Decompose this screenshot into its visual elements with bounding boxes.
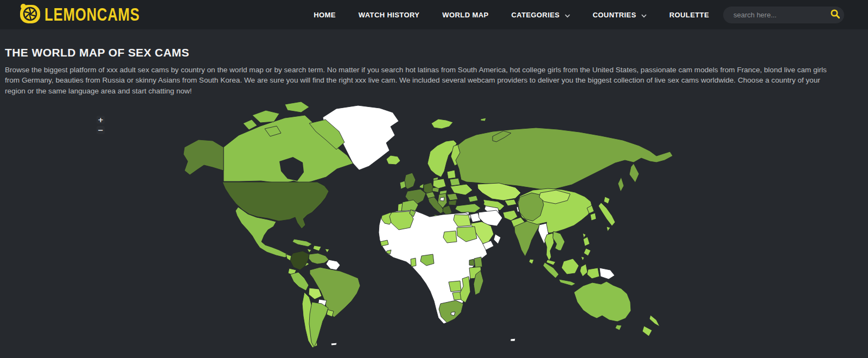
region-kyushu[interactable] — [607, 227, 610, 231]
region-kamchatka[interactable] — [629, 164, 639, 183]
zoom-out-button[interactable]: − — [97, 126, 105, 134]
region-png-west[interactable] — [587, 268, 599, 279]
region-russia[interactable] — [456, 128, 673, 190]
region-kerguelen[interactable] — [510, 338, 515, 341]
logo-text: LEMONCAMS — [44, 4, 140, 25]
region-philippines[interactable] — [581, 256, 584, 261]
region-ukraine[interactable] — [450, 184, 473, 195]
region-kenya[interactable] — [474, 257, 482, 268]
region-java[interactable] — [559, 279, 576, 286]
region-falkland[interactable] — [331, 343, 337, 346]
region-svalbard[interactable] — [431, 119, 453, 129]
world-map — [179, 102, 675, 358]
region-oman[interactable] — [494, 234, 501, 244]
search-icon — [830, 9, 840, 21]
search-box — [723, 7, 844, 23]
region-arctic-island[interactable] — [285, 102, 309, 112]
region-sumatra[interactable] — [543, 262, 559, 278]
region-hispaniola[interactable] — [313, 246, 321, 251]
region-tasmania[interactable] — [615, 325, 622, 330]
region-thailand[interactable] — [545, 233, 554, 261]
region-benelux[interactable] — [419, 184, 424, 189]
region-turkey[interactable] — [455, 204, 481, 212]
region-zambia[interactable] — [449, 281, 461, 292]
region-jamaica[interactable] — [307, 249, 311, 253]
region-hokkaido[interactable] — [604, 197, 610, 204]
nav-item-watch-history[interactable]: WATCH HISTORY — [359, 11, 420, 19]
region-philippines[interactable] — [583, 237, 590, 246]
chevron-down-icon — [565, 11, 570, 20]
region-borneo[interactable] — [561, 259, 579, 274]
region-new-zealand[interactable] — [642, 326, 652, 336]
region-japan[interactable] — [598, 203, 615, 226]
header-bar: LEMONCAMS HOME WATCH HISTORY WORLD MAP C… — [0, 0, 868, 29]
map-zoom-controls: + − — [97, 116, 105, 134]
nav-item-world-map[interactable]: WORLD MAP — [442, 11, 488, 19]
region-guyana[interactable] — [326, 260, 340, 270]
lemon-shutter-icon — [19, 3, 41, 27]
main-nav: HOME WATCH HISTORY WORLD MAP CATEGORIES … — [314, 10, 709, 20]
intro-paragraph: Browse the biggest platform of xxx adult… — [5, 65, 838, 96]
region-iceland[interactable] — [386, 155, 400, 165]
logo[interactable]: LEMONCAMS — [19, 3, 167, 27]
search-submit-button[interactable] — [830, 9, 840, 21]
region-argentina[interactable] — [309, 302, 328, 347]
region-colombia[interactable] — [290, 251, 309, 270]
region-peru[interactable] — [290, 272, 309, 291]
region-australia[interactable] — [574, 281, 631, 322]
region-poland[interactable] — [433, 179, 446, 189]
region-bulgaria[interactable] — [449, 200, 457, 205]
region-indochina[interactable] — [553, 231, 565, 250]
region-franz-josef[interactable] — [481, 118, 486, 121]
region-south-korea[interactable] — [590, 213, 596, 221]
nav-item-categories[interactable]: CATEGORIES — [512, 10, 570, 20]
region-taiwan[interactable] — [583, 233, 586, 238]
region-cuba[interactable] — [292, 239, 312, 247]
region-uganda[interactable] — [469, 259, 475, 266]
page-title: THE WORLD MAP OF SEX CAMS — [5, 46, 838, 59]
nav-item-roulette[interactable]: ROULETTE — [669, 11, 709, 19]
search-input[interactable] — [732, 10, 830, 20]
region-puerto-rico[interactable] — [325, 249, 329, 253]
nav-item-home[interactable]: HOME — [314, 11, 336, 19]
region-kyrgyzstan[interactable] — [505, 199, 516, 206]
region-sulawesi[interactable] — [580, 264, 588, 277]
region-venezuela[interactable] — [309, 253, 329, 264]
nav-item-countries[interactable]: COUNTRIES — [593, 10, 647, 20]
region-sri-lanka[interactable] — [529, 259, 534, 264]
chevron-down-icon — [641, 11, 647, 20]
region-baltics[interactable] — [447, 170, 456, 179]
page-content: THE WORLD MAP OF SEX CAMS Browse the big… — [0, 46, 868, 96]
region-ghana[interactable] — [411, 258, 416, 267]
region-sakhalin[interactable] — [618, 177, 624, 192]
region-romania[interactable] — [447, 193, 458, 200]
region-bosnia[interactable] — [440, 197, 444, 201]
zoom-in-button[interactable]: + — [97, 116, 105, 124]
region-philippines[interactable] — [584, 248, 591, 256]
world-map-section: + − — [0, 96, 868, 358]
region-belarus[interactable] — [450, 178, 460, 186]
region-png-east[interactable] — [599, 268, 615, 279]
region-alaska[interactable] — [183, 140, 224, 175]
region-new-zealand[interactable] — [649, 315, 660, 326]
region-ireland[interactable] — [400, 181, 406, 189]
